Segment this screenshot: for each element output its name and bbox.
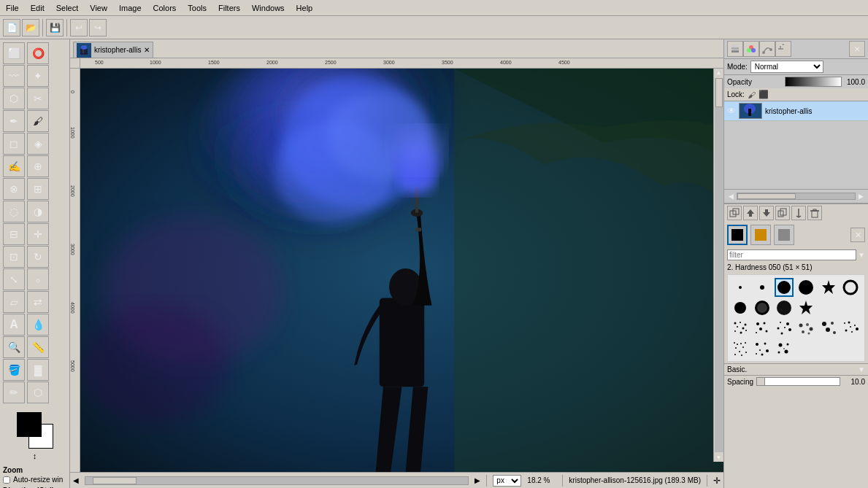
menu-tools[interactable]: Tools xyxy=(182,2,212,14)
brush-cell-2-0[interactable] xyxy=(731,319,750,338)
tool-rectangle-select[interactable]: ⬜ xyxy=(3,42,25,64)
spacing-slider[interactable] xyxy=(756,377,840,386)
lock-paint-icon[interactable]: 🖌 xyxy=(748,90,756,99)
undo-button[interactable]: ↩ xyxy=(70,19,88,36)
tool-pencil[interactable]: ✏ xyxy=(3,382,25,403)
menu-edit[interactable]: Edit xyxy=(25,2,50,14)
brush-filter-input[interactable] xyxy=(727,249,856,260)
scroll-down-button[interactable]: ▼ xyxy=(715,454,723,462)
brush-cell-1-3[interactable] xyxy=(796,298,815,317)
menu-select[interactable]: Select xyxy=(50,2,85,14)
tool-fuzzy-select[interactable]: ✦ xyxy=(27,65,49,87)
tool-scissors[interactable]: ✂ xyxy=(27,88,49,109)
save-button[interactable]: 💾 xyxy=(46,19,64,36)
layer-scrollbar-thumb[interactable] xyxy=(737,193,796,199)
brush-cell-2-5[interactable] xyxy=(841,319,860,338)
paths-panel-icon[interactable] xyxy=(759,41,775,57)
brush-panel-close-button[interactable]: ✕ xyxy=(850,228,865,242)
brush-cell-3-0[interactable] xyxy=(731,339,750,358)
undo-history-icon[interactable] xyxy=(775,41,791,57)
tool-colorpicker[interactable]: 💧 xyxy=(27,314,49,336)
menu-windows[interactable]: Windows xyxy=(246,2,291,14)
brush-cell-3-4[interactable] xyxy=(819,339,838,358)
tool-paintbrush[interactable]: 🖌 xyxy=(27,110,49,132)
scroll-thumb-vertical[interactable] xyxy=(715,78,723,107)
tool-free-select[interactable]: 〰 xyxy=(3,65,25,87)
lock-alpha-icon[interactable]: ⬛ xyxy=(758,90,769,99)
scroll-track-vertical[interactable] xyxy=(715,78,723,452)
new-file-button[interactable]: 📄 xyxy=(3,19,20,36)
tool-crop[interactable]: ⊡ xyxy=(3,246,25,268)
brush-preset-black-square[interactable] xyxy=(727,225,748,245)
scroll-up-button[interactable]: ▲ xyxy=(715,69,723,77)
brush-cell-0-1[interactable] xyxy=(753,278,772,297)
brush-cell-1-4[interactable] xyxy=(819,298,838,317)
brush-cell-1-2[interactable] xyxy=(775,298,794,317)
brush-preset-orange[interactable] xyxy=(750,225,771,245)
raise-layer-button[interactable] xyxy=(743,206,758,220)
brush-cell-0-4[interactable] xyxy=(819,278,838,297)
brush-filter-arrow[interactable]: ▼ xyxy=(858,251,865,259)
tool-shear[interactable]: ⬦ xyxy=(27,268,49,290)
brush-preset-gray[interactable] xyxy=(774,225,794,245)
anchor-layer-button[interactable] xyxy=(791,206,806,220)
menu-help[interactable]: Help xyxy=(291,2,319,14)
brush-cell-2-1[interactable] xyxy=(753,319,772,338)
tool-dodge[interactable]: ◑ xyxy=(27,201,49,222)
duplicate-layer-button[interactable] xyxy=(775,206,790,220)
image-tab[interactable]: kristopher-allis ✕ xyxy=(73,42,153,58)
brush-cell-0-5[interactable] xyxy=(841,278,860,297)
horizontal-scrollbar[interactable] xyxy=(85,476,469,485)
swap-colors-icon[interactable]: ↕ xyxy=(33,452,37,460)
brush-cell-1-1[interactable] xyxy=(753,298,772,317)
channels-panel-icon[interactable] xyxy=(743,41,759,57)
tool-blend[interactable]: ▓ xyxy=(27,359,49,381)
layer-visibility-toggle[interactable]: 👁 xyxy=(727,106,736,116)
mode-selector[interactable]: Normal Multiply Screen Overlay xyxy=(750,61,823,73)
tool-move[interactable]: ✛ xyxy=(27,223,49,245)
brush-cell-3-5[interactable] xyxy=(841,339,860,358)
menu-image[interactable]: Image xyxy=(113,2,147,14)
tool-bucket-fill[interactable]: 🪣 xyxy=(3,359,25,381)
tool-ink[interactable]: ✍ xyxy=(3,155,25,177)
menu-colors[interactable]: Colors xyxy=(147,2,183,14)
menu-file[interactable]: File xyxy=(0,2,25,14)
tool-perspective-clone[interactable]: ⊞ xyxy=(27,178,49,200)
redo-button[interactable]: ↪ xyxy=(89,19,107,36)
layer-scroll-left[interactable]: ◀ xyxy=(726,191,737,201)
tab-close-button[interactable]: ✕ xyxy=(144,46,150,54)
tool-rotate[interactable]: ↻ xyxy=(27,246,49,268)
unit-selector[interactable]: px mm in xyxy=(493,475,521,487)
tool-magnify[interactable]: 🔍 xyxy=(3,336,25,358)
brush-cell-0-2[interactable] xyxy=(775,278,794,297)
tool-airbrush[interactable]: ◈ xyxy=(27,133,49,155)
lower-layer-button[interactable] xyxy=(759,206,774,220)
zoom-controls-left[interactable]: ◀ xyxy=(73,476,79,484)
opacity-slider[interactable] xyxy=(785,77,842,87)
menu-view[interactable]: View xyxy=(84,2,113,14)
tool-perspective[interactable]: ▱ xyxy=(3,291,25,313)
tool-heal[interactable]: ⊗ xyxy=(3,178,25,200)
scroll-thumb-horizontal[interactable] xyxy=(93,477,137,484)
layer-scrollbar[interactable] xyxy=(737,193,856,200)
vertical-scrollbar[interactable]: ▲ ▼ xyxy=(713,69,723,462)
tool-flip[interactable]: ⇄ xyxy=(27,291,49,313)
brush-cell-2-4[interactable] xyxy=(819,319,838,338)
foreground-color-box[interactable] xyxy=(17,412,42,437)
brush-cell-1-0[interactable] xyxy=(731,298,750,317)
layer-scroll-right[interactable]: ▶ xyxy=(856,191,867,201)
menu-filters[interactable]: Filters xyxy=(212,2,246,14)
tool-blur[interactable]: ◌ xyxy=(3,201,25,222)
tool-text[interactable]: A xyxy=(3,314,25,336)
tool-measure[interactable]: 📏 xyxy=(27,336,49,358)
open-file-button[interactable]: 📂 xyxy=(22,19,39,36)
brush-cell-1-5[interactable] xyxy=(841,298,860,317)
tool-eraser[interactable]: ◻ xyxy=(3,133,25,155)
tool-clone[interactable]: ⊕ xyxy=(27,155,49,177)
brush-cell-0-0[interactable] xyxy=(731,278,750,297)
brush-cell-0-3[interactable] xyxy=(796,278,815,297)
tool-scale[interactable]: ⤡ xyxy=(3,268,25,290)
brush-cell-3-3[interactable] xyxy=(796,339,815,358)
tool-ellipse-select[interactable]: ⭕ xyxy=(27,42,49,64)
brush-cell-3-1[interactable] xyxy=(753,339,772,358)
